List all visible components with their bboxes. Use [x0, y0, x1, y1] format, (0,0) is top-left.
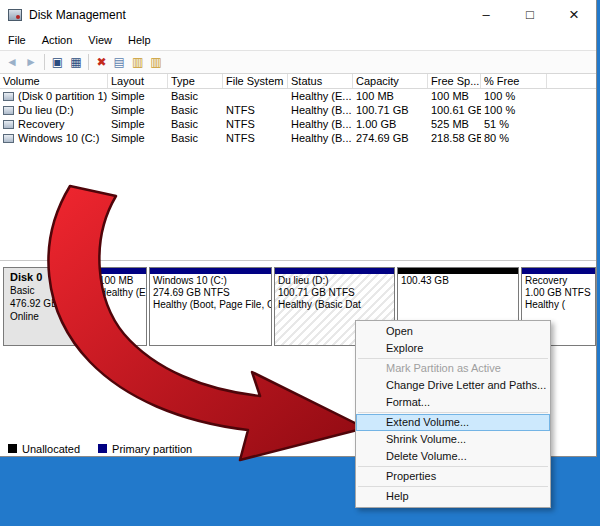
context-menu-separator — [358, 466, 548, 467]
partition-windows-c[interactable]: Windows 10 (C:) 274.69 GB NTFS Healthy (… — [149, 267, 272, 346]
partition-size: 1.00 GB NTFS — [525, 287, 592, 299]
back-icon[interactable]: ◄ — [6, 56, 18, 68]
legend-label-primary-partition: Primary partition — [112, 443, 192, 455]
legend-label-unallocated: Unallocated — [22, 443, 80, 455]
cell-capacity: 274.69 GB — [353, 131, 428, 145]
menu-action[interactable]: Action — [34, 34, 81, 46]
context-menu-item-help[interactable]: Help — [356, 488, 550, 505]
cell-capacity: 100 MB — [353, 89, 428, 103]
cell-status: Healthy (B... — [288, 103, 353, 117]
partition-status: Healthy (Boot, Page File, Cras — [153, 299, 268, 311]
cell-free-space: 100.61 GB — [428, 103, 481, 117]
volume-name: Windows 10 (C:) — [18, 131, 99, 145]
maximize-button[interactable]: □ — [508, 0, 552, 29]
volume-name: Du lieu (D:) — [18, 103, 74, 117]
cell-free-space: 218.58 GB — [428, 131, 481, 145]
toolbar-separator — [44, 54, 45, 70]
context-menu-separator — [358, 486, 548, 487]
menu-help[interactable]: Help — [120, 34, 159, 46]
menu-view[interactable]: View — [80, 34, 120, 46]
context-menu-separator — [358, 412, 548, 413]
report-icon[interactable]: ▤ — [114, 56, 125, 68]
cell-status: Healthy (B... — [288, 131, 353, 145]
disk-type: Basic — [10, 284, 86, 297]
partition-label: Windows 10 (C:) — [153, 275, 268, 287]
cell-type: Basic — [168, 103, 223, 117]
column-header-status[interactable]: Status — [288, 74, 353, 88]
column-header-volume[interactable]: Volume — [0, 74, 108, 88]
cell-type: Basic — [168, 117, 223, 131]
partition-system[interactable]: 100 MB Healthy (E — [95, 267, 147, 346]
context-menu-item-shrink-volume[interactable]: Shrink Volume... — [356, 431, 550, 448]
menu-file[interactable]: File — [0, 34, 34, 46]
column-header-layout[interactable]: Layout — [108, 74, 168, 88]
context-menu-item-mark-partition-active[interactable]: Mark Partition as Active — [356, 360, 550, 377]
cell-capacity: 100.71 GB — [353, 103, 428, 117]
table-row[interactable]: Windows 10 (C:) Simple Basic NTFS Health… — [0, 131, 596, 145]
partition-label: Du lieu (D:) — [278, 275, 391, 287]
volume-name: Recovery — [18, 117, 64, 131]
cell-free-space: 100 MB — [428, 89, 481, 103]
column-header-free-space[interactable]: Free Sp... — [428, 74, 481, 88]
delete-icon[interactable]: ✖ — [96, 56, 106, 68]
console-window-icon[interactable]: ▣ — [52, 56, 63, 68]
context-menu-item-extend-volume[interactable]: Extend Volume... — [356, 414, 550, 431]
table-row[interactable]: Recovery Simple Basic NTFS Healthy (B...… — [0, 117, 596, 131]
column-header-capacity[interactable]: Capacity — [353, 74, 428, 88]
cell-type: Basic — [168, 89, 223, 103]
partition-status: Healthy ( — [525, 299, 592, 311]
context-menu: Open Explore Mark Partition as Active Ch… — [355, 320, 551, 508]
cell-pct-free: 100 % — [481, 89, 547, 103]
column-header-pct-free[interactable]: % Free — [481, 74, 547, 88]
cell-capacity: 1.00 GB — [353, 117, 428, 131]
partition-status: Healthy (Basic Dat — [278, 299, 391, 311]
menu-bar: File Action View Help — [0, 29, 596, 50]
cell-layout: Simple — [108, 89, 168, 103]
partition-status: Healthy (E — [99, 287, 143, 299]
cell-type: Basic — [168, 131, 223, 145]
title-bar[interactable]: Disk Management – □ × — [0, 0, 596, 29]
volume-icon — [3, 106, 14, 115]
context-menu-item-format[interactable]: Format... — [356, 394, 550, 411]
cell-file-system — [223, 89, 288, 103]
disk-0-info[interactable]: Disk 0 Basic 476.92 GB Online — [3, 267, 93, 346]
cell-status: Healthy (B... — [288, 117, 353, 131]
volume-name: (Disk 0 partition 1) — [18, 89, 107, 103]
cell-layout: Simple — [108, 103, 168, 117]
desktop-background: Disk Management – □ × File Action View H… — [0, 0, 600, 526]
toolbar: ◄ ► ▣ ▦ ✖ ▤ ▥ ▥ — [0, 50, 596, 74]
column-header-type[interactable]: Type — [168, 74, 223, 88]
unallocated-swatch — [8, 444, 17, 453]
context-menu-item-open[interactable]: Open — [356, 323, 550, 340]
context-menu-item-delete-volume[interactable]: Delete Volume... — [356, 448, 550, 465]
partition-size: 100 MB — [99, 275, 143, 287]
cell-layout: Simple — [108, 131, 168, 145]
close-button[interactable]: × — [552, 0, 596, 29]
table-row[interactable]: (Disk 0 partition 1) Simple Basic Health… — [0, 89, 596, 103]
forward-icon[interactable]: ► — [25, 56, 37, 68]
cell-pct-free: 80 % — [481, 131, 547, 145]
cell-file-system: NTFS — [223, 103, 288, 117]
disk-status: Online — [10, 310, 86, 323]
context-menu-item-change-drive-letter[interactable]: Change Drive Letter and Paths... — [356, 377, 550, 394]
volume-icon — [3, 92, 14, 101]
volume-icon — [3, 134, 14, 143]
partition-label: Recovery — [525, 275, 592, 287]
window-title: Disk Management — [29, 8, 126, 22]
context-menu-item-explore[interactable]: Explore — [356, 340, 550, 357]
context-menu-item-properties[interactable]: Properties — [356, 468, 550, 485]
cell-pct-free: 51 % — [481, 117, 547, 131]
column-header-file-system[interactable]: File System — [223, 74, 288, 88]
log-book-icon[interactable]: ▥ — [132, 56, 143, 68]
cell-layout: Simple — [108, 117, 168, 131]
disk-management-app-icon — [8, 9, 22, 21]
table-row[interactable]: Du lieu (D:) Simple Basic NTFS Healthy (… — [0, 103, 596, 117]
partition-size: 100.71 GB NTFS — [278, 287, 391, 299]
partition-size: 274.69 GB NTFS — [153, 287, 268, 299]
context-menu-separator — [358, 358, 548, 359]
log-book-icon[interactable]: ▥ — [150, 56, 161, 68]
cell-free-space: 525 MB — [428, 117, 481, 131]
dual-pane-icon[interactable]: ▦ — [70, 56, 81, 68]
minimize-button[interactable]: – — [464, 0, 508, 29]
primary-partition-swatch — [98, 444, 107, 453]
